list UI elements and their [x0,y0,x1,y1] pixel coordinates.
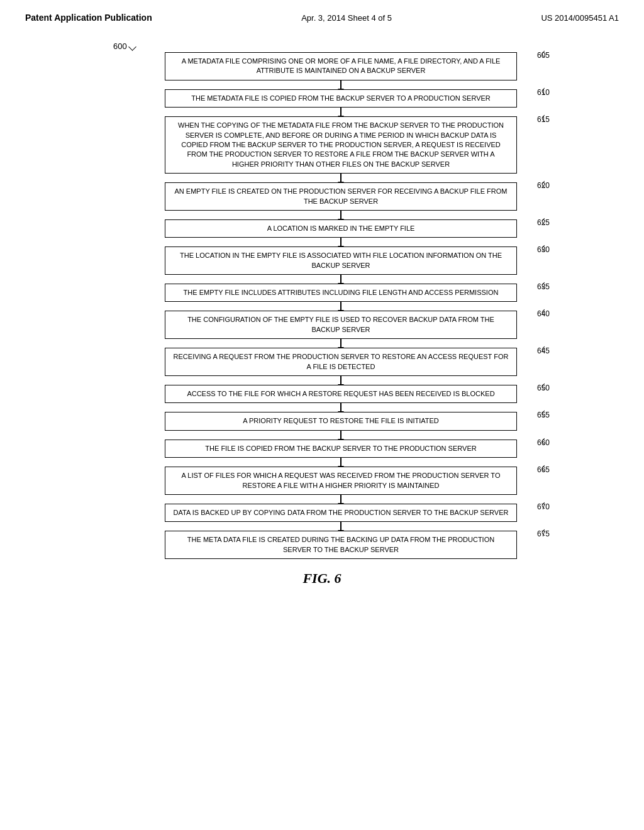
ref-label-635: 635 [537,282,550,291]
box-wrapper-650: ACCESS TO THE FILE FOR WHICH A RESTORE R… [165,385,517,403]
step-row-620: AN EMPTY FILE IS CREATED ON THE PRODUCTI… [94,182,587,219]
step-row-665: A LIST OF FILES FOR WHICH A REQUEST WAS … [94,467,587,504]
flow-box-step-615: WHEN THE COPYING OF THE METADATA FILE FR… [165,116,517,174]
flow-box-step-610: THE METADATA FILE IS COPIED FROM THE BAC… [165,89,517,108]
ref-label-675: 675 [537,529,550,538]
step-row-630: THE LOCATION IN THE EMPTY FILE IS ASSOCI… [94,246,587,284]
header-left: Patent Application Publication [25,13,152,23]
arrow-635 [340,302,341,311]
step-row-640: THE CONFIGURATION OF THE EMPTY FILE IS U… [94,311,587,348]
flow-box-step-650: ACCESS TO THE FILE FOR WHICH A RESTORE R… [165,385,517,403]
arrow-630 [340,275,341,284]
ref-label-615: 615 [537,115,550,124]
flow-box-step-635: THE EMPTY FILE INCLUDES ATTRIBUTES INCLU… [165,284,517,302]
box-wrapper-630: THE LOCATION IN THE EMPTY FILE IS ASSOCI… [165,246,517,275]
ref-label-660: 660 [537,438,550,447]
step-row-615: WHEN THE COPYING OF THE METADATA FILE FR… [94,116,587,182]
arrow-625 [340,238,341,246]
flow-box-step-645: RECEIVING A REQUEST FROM THE PRODUCTION … [165,348,517,376]
step-row-675: THE META DATA FILE IS CREATED DURING THE… [94,531,587,559]
box-wrapper-640: THE CONFIGURATION OF THE EMPTY FILE IS U… [165,311,517,339]
box-wrapper-645: RECEIVING A REQUEST FROM THE PRODUCTION … [165,348,517,376]
flow-box-step-660: THE FILE IS COPIED FROM THE BACKUP SERVE… [165,440,517,458]
box-wrapper-605: A METADATA FILE COMPRISING ONE OR MORE O… [165,52,517,80]
header-center: Apr. 3, 2014 Sheet 4 of 5 [301,13,392,23]
flow-box-step-625: A LOCATION IS MARKED IN THE EMPTY FILE [165,219,517,238]
flow-box-step-655: A PRIORITY REQUEST TO RESTORE THE FILE I… [165,412,517,430]
flow-box-step-675: THE META DATA FILE IS CREATED DURING THE… [165,531,517,559]
flow-wrapper: A METADATA FILE COMPRISING ONE OR MORE O… [94,52,587,559]
box-wrapper-675: THE META DATA FILE IS CREATED DURING THE… [165,531,517,559]
arrow-620 [340,211,341,219]
header-right: US 2014/0095451 A1 [541,13,619,23]
step-row-655: A PRIORITY REQUEST TO RESTORE THE FILE I… [94,412,587,439]
box-wrapper-625: A LOCATION IS MARKED IN THE EMPTY FILE 6… [165,219,517,238]
step-row-635: THE EMPTY FILE INCLUDES ATTRIBUTES INCLU… [94,284,587,311]
box-wrapper-670: DATA IS BACKED UP BY COPYING DATA FROM T… [165,504,517,522]
box-wrapper-655: A PRIORITY REQUEST TO RESTORE THE FILE I… [165,412,517,430]
ref-label-650: 650 [537,384,550,392]
step-row-645: RECEIVING A REQUEST FROM THE PRODUCTION … [94,348,587,385]
flow-box-step-620: AN EMPTY FILE IS CREATED ON THE PRODUCTI… [165,182,517,211]
flow-box-step-605: A METADATA FILE COMPRISING ONE OR MORE O… [165,52,517,80]
arrow-665 [340,495,341,504]
arrow-615 [340,174,341,182]
ref-label-670: 670 [537,502,550,511]
ref-label-630: 630 [537,245,550,254]
ref-label-605: 605 [537,51,550,60]
arrow-645 [340,376,341,385]
box-wrapper-615: WHEN THE COPYING OF THE METADATA FILE FR… [165,116,517,174]
step-row-605: A METADATA FILE COMPRISING ONE OR MORE O… [94,52,587,89]
ref-label-620: 620 [537,181,550,190]
arrow-670 [340,522,341,531]
ref-label-655: 655 [537,411,550,419]
step-row-610: THE METADATA FILE IS COPIED FROM THE BAC… [94,89,587,116]
box-wrapper-665: A LIST OF FILES FOR WHICH A REQUEST WAS … [165,467,517,495]
diagram-container: 600 A METADATA FILE COMPRISING ONE OR MO… [25,42,619,559]
arrow-650 [340,403,341,412]
arrow-610 [340,108,341,116]
step-row-650: ACCESS TO THE FILE FOR WHICH A RESTORE R… [94,385,587,412]
step-row-670: DATA IS BACKED UP BY COPYING DATA FROM T… [94,504,587,531]
box-wrapper-660: THE FILE IS COPIED FROM THE BACKUP SERVE… [165,440,517,458]
ref-label-645: 645 [537,346,550,355]
diagram-start-label: 600 [113,42,135,51]
ref-label-665: 665 [537,465,550,474]
box-wrapper-635: THE EMPTY FILE INCLUDES ATTRIBUTES INCLU… [165,284,517,302]
flow-box-step-665: A LIST OF FILES FOR WHICH A REQUEST WAS … [165,467,517,495]
page-header: Patent Application Publication Apr. 3, 2… [25,13,619,23]
box-wrapper-610: THE METADATA FILE IS COPIED FROM THE BAC… [165,89,517,108]
arrow-660 [340,458,341,467]
step-row-625: A LOCATION IS MARKED IN THE EMPTY FILE 6… [94,219,587,246]
arrow-655 [340,431,341,440]
box-wrapper-620: AN EMPTY FILE IS CREATED ON THE PRODUCTI… [165,182,517,211]
arrow-640 [340,339,341,348]
fig-caption: FIG. 6 [25,570,619,587]
flow-box-step-630: THE LOCATION IN THE EMPTY FILE IS ASSOCI… [165,246,517,275]
step-row-660: THE FILE IS COPIED FROM THE BACKUP SERVE… [94,440,587,467]
flow-box-step-670: DATA IS BACKED UP BY COPYING DATA FROM T… [165,504,517,522]
ref-label-610: 610 [537,88,550,97]
flow-box-step-640: THE CONFIGURATION OF THE EMPTY FILE IS U… [165,311,517,339]
ref-label-640: 640 [537,309,550,318]
arrow-605 [340,80,341,89]
ref-label-625: 625 [537,218,550,227]
